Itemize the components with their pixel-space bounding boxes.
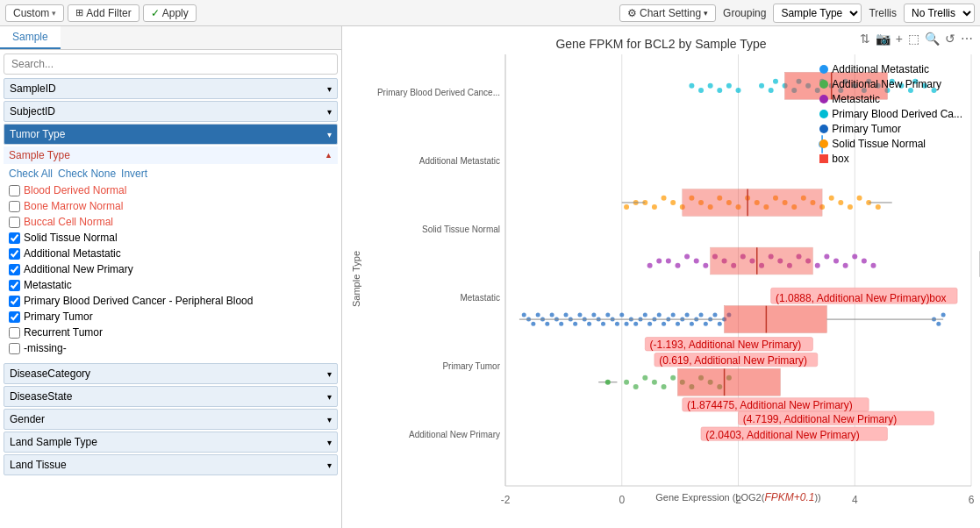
apply-label: Apply xyxy=(162,7,189,19)
legend-label-additional-new-primary: Additional New Primary xyxy=(832,78,941,90)
filter-arrow-sampleid: ▾ xyxy=(327,84,332,94)
add-filter-label: Add Filter xyxy=(86,7,131,19)
checkbox-recurrent-tumor-input[interactable] xyxy=(9,327,20,339)
svg-point-62 xyxy=(624,204,629,210)
svg-text:(-1.193, Additional New Primar: (-1.193, Additional New Primary) xyxy=(650,339,802,351)
filter-row-land-tissue[interactable]: Land Tissue ▾ xyxy=(4,454,338,475)
trellis-select[interactable]: No Trellis xyxy=(904,4,975,23)
tab-sample[interactable]: Sample xyxy=(0,26,61,49)
svg-point-36 xyxy=(652,204,657,210)
checkbox-bone-marrow-normal-input[interactable] xyxy=(9,201,20,212)
svg-rect-163 xyxy=(677,368,780,396)
invert[interactable]: Invert xyxy=(121,168,147,180)
filter-row-diseasecategory[interactable]: DiseaseCategory ▾ xyxy=(4,363,338,384)
legend-label-additional-metastatic: Additional Metastatic xyxy=(832,63,929,75)
search-input[interactable] xyxy=(4,54,338,75)
add-icon[interactable]: + xyxy=(896,32,903,46)
svg-point-71 xyxy=(703,263,708,268)
checkbox-metastatic-input[interactable] xyxy=(9,280,20,291)
filter-row-subjectid[interactable]: SubjectID ▾ xyxy=(4,101,338,122)
svg-point-132 xyxy=(550,312,554,317)
checkbox-solid-tissue-normal-label: Solid Tissue Normal xyxy=(24,232,118,244)
svg-point-127 xyxy=(573,322,577,326)
svg-point-150 xyxy=(633,384,639,389)
svg-point-56 xyxy=(838,200,843,205)
checkbox-buccal-cell-normal-input[interactable] xyxy=(9,217,20,228)
grouping-select[interactable]: Sample Type xyxy=(773,4,862,23)
legend-dot-primary-tumor xyxy=(819,125,828,133)
checkbox-solid-tissue-normal: Solid Tissue Normal xyxy=(4,230,338,246)
sort-icon[interactable]: ⇅ xyxy=(860,32,870,46)
checkbox-primary-blood-derived-input[interactable] xyxy=(9,296,20,307)
custom-button[interactable]: Custom ▾ xyxy=(5,4,64,22)
checkbox-bone-marrow-normal: Bone Marrow Normal xyxy=(4,198,338,214)
tab-bar: Sample xyxy=(0,26,341,50)
checkbox-additional-metastatic: Additional Metastatic xyxy=(4,246,338,261)
svg-point-151 xyxy=(642,375,647,381)
svg-point-115 xyxy=(718,322,722,326)
svg-point-3 xyxy=(769,88,774,93)
panel-resize-handle[interactable] xyxy=(976,26,980,528)
svg-point-111 xyxy=(699,312,704,317)
check-all[interactable]: Check All xyxy=(9,168,53,180)
settings-icon[interactable]: ⋯ xyxy=(961,32,973,46)
y-label-4: Primary Tumor xyxy=(365,361,505,371)
svg-point-105 xyxy=(671,312,676,317)
filter-row-gender[interactable]: Gender ▾ xyxy=(4,409,338,430)
svg-point-136 xyxy=(531,322,535,326)
selection-icon[interactable]: ⬚ xyxy=(908,32,919,46)
top-toolbar: Custom ▾ ⊞ Add Filter ✓ Apply ⚙ Chart Se… xyxy=(0,0,980,26)
filter-row-sampleid[interactable]: SampleID ▾ xyxy=(4,78,338,99)
svg-text:(2.0403, Additional New Primar: (2.0403, Additional New Primary) xyxy=(705,429,859,441)
legend-label-solid-tissue-normal: Solid Tissue Normal xyxy=(832,138,926,150)
svg-point-90 xyxy=(656,259,662,264)
svg-point-4 xyxy=(773,79,778,84)
checkbox-missing: -missing- xyxy=(4,340,338,356)
chart-setting-button[interactable]: ⚙ Chart Setting ▾ xyxy=(619,4,716,22)
checkbox-primary-tumor-input[interactable] xyxy=(9,311,20,323)
svg-point-91 xyxy=(647,263,653,268)
checkbox-additional-metastatic-input[interactable] xyxy=(9,248,20,260)
svg-point-121 xyxy=(601,322,605,326)
checkbox-recurrent-tumor-label: Recurrent Tumor xyxy=(24,326,103,339)
filter-arrow-diseasecategory: ▾ xyxy=(327,369,332,379)
apply-button[interactable]: ✓ Apply xyxy=(143,4,197,22)
svg-point-135 xyxy=(536,312,540,317)
svg-point-67 xyxy=(666,259,671,264)
left-content: SampleID ▾ SubjectID ▾ Tumor Type ▾ Samp… xyxy=(0,50,341,528)
filter-arrow-subjectid: ▾ xyxy=(327,107,332,117)
sub-filter-arrow: ▲ xyxy=(325,151,333,160)
svg-text:(1.0888, Additional New Primar: (1.0888, Additional New Primary) xyxy=(776,292,929,304)
checkbox-solid-tissue-normal-input[interactable] xyxy=(9,232,20,244)
check-none[interactable]: Check None xyxy=(58,168,116,180)
legend-label-primary-blood-derived-ca: Primary Blood Derived Ca... xyxy=(832,108,962,120)
svg-point-99 xyxy=(643,312,647,317)
checkbox-blood-derived-normal-input[interactable] xyxy=(9,185,20,196)
checkbox-primary-tumor-label: Primary Tumor xyxy=(24,310,93,323)
add-filter-button[interactable]: ⊞ Add Filter xyxy=(68,4,139,22)
svg-text:(4.7199, Additional New Primar: (4.7199, Additional New Primary) xyxy=(743,413,897,425)
grouping-label: Grouping xyxy=(723,7,766,19)
checkbox-buccal-cell-normal-label: Buccal Cell Normal xyxy=(24,216,113,228)
svg-point-114 xyxy=(712,312,717,317)
x-tick-0: 0 xyxy=(619,494,625,506)
refresh-icon[interactable]: ↺ xyxy=(945,32,955,46)
svg-point-162 xyxy=(605,380,611,385)
svg-point-25 xyxy=(736,88,741,93)
svg-point-129 xyxy=(564,312,569,317)
filter-row-tumortype[interactable]: Tumor Type ▾ xyxy=(4,124,338,145)
search-zoom-icon[interactable]: 🔍 xyxy=(925,32,940,46)
checkbox-additional-new-primary-input[interactable] xyxy=(9,264,20,275)
y-label-2: Solid Tissue Normal xyxy=(365,225,505,234)
svg-point-152 xyxy=(652,380,657,385)
legend-item-primary-tumor: Primary Tumor xyxy=(819,123,962,135)
filter-row-land-sample-type[interactable]: Land Sample Type ▾ xyxy=(4,432,338,453)
svg-rect-65 xyxy=(683,189,822,217)
sub-filter-sampletype[interactable]: Sample Type ▲ xyxy=(4,146,338,164)
camera-icon[interactable]: 📷 xyxy=(876,32,891,46)
checkbox-missing-input[interactable] xyxy=(9,343,20,354)
trellis-label: Trellis xyxy=(869,7,897,19)
svg-text:(0.619, Additional New Primary: (0.619, Additional New Primary) xyxy=(659,354,807,367)
svg-point-60 xyxy=(876,204,881,210)
filter-row-diseasestate[interactable]: DiseaseState ▾ xyxy=(4,386,338,407)
